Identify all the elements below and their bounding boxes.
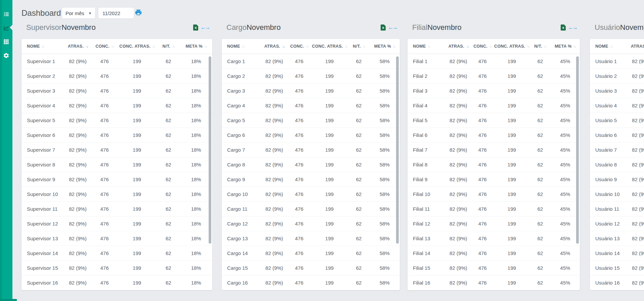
sort-down-arrow: ↓ bbox=[112, 44, 114, 48]
sidebar bbox=[0, 0, 12, 301]
cell-conc_atras: 199 bbox=[311, 191, 348, 197]
cell-nt: 62 bbox=[530, 103, 551, 108]
column-header-conc[interactable]: CONC.↑↓ bbox=[288, 44, 311, 49]
cell-nome: Filial 3 bbox=[407, 88, 445, 94]
sort-icon: ↑↓ bbox=[393, 44, 395, 48]
cell-conc_atras: 199 bbox=[117, 132, 157, 138]
vertical-scrollbar-thumb[interactable] bbox=[576, 56, 579, 244]
expand-horizontal-icon[interactable]: ←→ bbox=[201, 24, 210, 31]
cell-meta: 18% bbox=[180, 73, 212, 79]
cell-meta: 45% bbox=[551, 117, 580, 123]
sort-icon: ↑↓ bbox=[242, 44, 244, 48]
column-header-conc_atras[interactable]: CONC. ATRAS.↑↓ bbox=[117, 44, 157, 49]
column-header-atras[interactable]: ATRAS.↑↓ bbox=[261, 44, 288, 49]
cell-nt: 62 bbox=[348, 88, 370, 94]
cell-nome: Usuário 6 bbox=[590, 132, 628, 138]
cell-meta: 58% bbox=[370, 265, 400, 271]
cell-atras: 82 (9%) bbox=[261, 206, 288, 212]
panel-filial: FilialNovembrox←→NOME↑↓ATRAS.↑↓CONC.↑↓CO… bbox=[407, 20, 580, 292]
table-row: Usuário 182 (9%) bbox=[590, 54, 644, 69]
vertical-scrollbar-thumb[interactable] bbox=[396, 56, 399, 244]
table-row: Cargo 1282 (9%)4761996258% bbox=[222, 216, 400, 231]
column-header-atras[interactable]: ATRAS.↑↓ bbox=[445, 44, 471, 49]
table-row: Filial 482 (9%)4761996245% bbox=[407, 98, 580, 113]
column-header-conc[interactable]: CONC.↑↓ bbox=[92, 44, 117, 49]
table-row: Usuário 1182 (9%) bbox=[590, 202, 644, 216]
cell-nome: Filial 13 bbox=[407, 236, 445, 241]
cell-atras: 82 (9%) bbox=[261, 250, 288, 256]
column-header-conc[interactable]: CONC.↑↓ bbox=[471, 44, 494, 49]
column-header-nome[interactable]: NOME↑↓ bbox=[407, 44, 445, 49]
cell-meta: 58% bbox=[370, 280, 400, 286]
column-header-nome[interactable]: NOME↑↓ bbox=[22, 44, 63, 49]
sidebar-bottom-bar bbox=[0, 299, 17, 301]
column-header-nt[interactable]: N/T.↑↓ bbox=[530, 44, 551, 49]
sidebar-item-grid[interactable] bbox=[0, 35, 12, 49]
expand-horizontal-icon[interactable]: ←→ bbox=[388, 24, 398, 31]
cell-conc: 476 bbox=[288, 58, 311, 64]
cell-nt: 62 bbox=[530, 265, 551, 271]
cell-atras: 82 (9%) bbox=[63, 88, 92, 94]
cell-nt: 62 bbox=[157, 280, 180, 286]
cell-conc_atras: 199 bbox=[117, 103, 157, 108]
period-select[interactable]: Por mês ▼ bbox=[62, 8, 95, 18]
grid-icon bbox=[3, 39, 9, 45]
column-header-conc_atras[interactable]: CONC. ATRAS.↑↓ bbox=[493, 44, 530, 49]
column-header-conc_atras[interactable]: CONC. ATRAS.↑↓ bbox=[311, 44, 348, 49]
cell-atras: 82 (9%) bbox=[63, 177, 92, 182]
sort-icon: ↑↓ bbox=[204, 44, 207, 48]
cell-meta: 58% bbox=[370, 250, 400, 256]
sort-down-arrow: ↓ bbox=[611, 44, 612, 48]
cell-atras: 82 (9%) bbox=[628, 206, 644, 212]
print-button[interactable] bbox=[135, 9, 143, 17]
cell-nome: Supervisor 2 bbox=[22, 73, 63, 79]
cell-nome: Filial 2 bbox=[407, 73, 445, 79]
cell-nome: Cargo 12 bbox=[222, 221, 261, 227]
column-header-nome[interactable]: NOME↑↓ bbox=[590, 44, 628, 49]
column-header-meta[interactable]: META %↑↓ bbox=[370, 44, 400, 49]
table-row: Supervisor 782 (9%)4761996218% bbox=[22, 143, 212, 157]
table-row: Supervisor 382 (9%)4761996218% bbox=[22, 84, 212, 98]
sidebar-item-list[interactable] bbox=[0, 7, 12, 21]
cell-nt: 62 bbox=[157, 177, 180, 182]
cell-atras: 82 (9%) bbox=[63, 162, 92, 167]
column-header-meta[interactable]: META %↑↓ bbox=[551, 44, 580, 49]
column-header-nt[interactable]: N/T.↑↓ bbox=[348, 44, 370, 49]
column-header-meta[interactable]: META %↑↓ bbox=[180, 44, 212, 49]
panel-title-month: Novembro bbox=[247, 23, 281, 32]
column-header-atras[interactable]: ATRAS.↑↓ bbox=[628, 44, 644, 49]
sort-icon: ↑↓ bbox=[306, 44, 308, 48]
cell-conc_atras: 199 bbox=[117, 73, 157, 79]
cell-nome: Filial 5 bbox=[407, 117, 445, 123]
column-label: META % bbox=[374, 44, 391, 49]
cell-atras: 82 (9%) bbox=[261, 73, 288, 79]
cell-nome: Supervisor 10 bbox=[22, 191, 63, 197]
vertical-scrollbar-thumb[interactable] bbox=[209, 56, 211, 244]
excel-export-icon[interactable]: x bbox=[561, 24, 566, 31]
cell-conc_atras: 199 bbox=[117, 147, 157, 153]
cell-nt: 62 bbox=[530, 280, 551, 286]
table-row: Supervisor 1682 (9%)4761996218% bbox=[22, 275, 212, 290]
cell-conc: 476 bbox=[288, 191, 311, 197]
cell-conc: 476 bbox=[92, 147, 117, 153]
cell-conc_atras: 199 bbox=[311, 58, 348, 64]
sidebar-item-settings[interactable] bbox=[0, 49, 12, 62]
excel-export-icon[interactable]: x bbox=[193, 24, 198, 31]
date-input[interactable] bbox=[98, 8, 134, 18]
column-label: ATRAS. bbox=[68, 44, 84, 49]
cell-atras: 82 (9%) bbox=[261, 147, 288, 153]
cell-atras: 82 (9%) bbox=[445, 58, 471, 64]
cell-atras: 82 (9%) bbox=[445, 117, 471, 123]
column-header-nome[interactable]: NOME↑↓ bbox=[222, 44, 261, 49]
cell-nt: 62 bbox=[348, 103, 370, 108]
cell-nt: 62 bbox=[348, 58, 370, 64]
excel-export-icon[interactable]: x bbox=[381, 24, 386, 31]
cell-meta: 18% bbox=[180, 58, 212, 64]
column-header-nt[interactable]: N/T.↑↓ bbox=[157, 44, 180, 49]
cell-atras: 82 (9%) bbox=[628, 58, 644, 64]
cell-atras: 82 (9%) bbox=[445, 162, 471, 167]
column-header-atras[interactable]: ATRAS.↑↓ bbox=[63, 44, 92, 49]
cell-conc: 476 bbox=[471, 206, 494, 212]
cell-conc: 476 bbox=[92, 221, 117, 227]
expand-horizontal-icon[interactable]: ←→ bbox=[568, 24, 578, 31]
